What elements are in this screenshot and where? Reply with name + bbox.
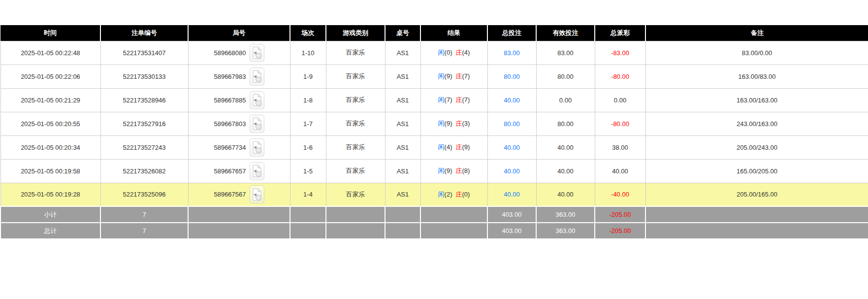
table-row[interactable]: 2025-01-05 00:19:58 522173526082 5896676… (0, 159, 868, 183)
cell-bet-id: 522173530133 (100, 65, 188, 88)
video-replay-button[interactable] (250, 162, 264, 180)
round-id: 589667885 (214, 97, 246, 104)
header-row: 时间 注单编号 局号 场次 游戏类别 桌号 结果 总投注 有效投注 总派彩 备注 (0, 25, 868, 41)
round-id: 589668080 (214, 49, 246, 57)
cell-time: 2025-01-05 00:21:29 (0, 88, 100, 112)
cell-payout: -80.00 (595, 65, 645, 88)
header-session: 场次 (290, 25, 326, 41)
cell-total-bet: 80.00 (487, 65, 536, 88)
table-row[interactable]: 2025-01-05 00:22:06 522173530133 5896679… (0, 65, 868, 88)
cell-total-bet: 40.00 (487, 135, 536, 159)
cell-game-type: 百家乐 (326, 135, 385, 159)
total-bet-link[interactable]: 40.00 (504, 144, 520, 151)
result-banker-value: (9) (462, 143, 470, 151)
cell-remark: 163.00/163.00 (645, 88, 868, 112)
table-row[interactable]: 2025-01-05 00:21:29 522173528946 5896678… (0, 88, 868, 112)
cell-bet-id: 522173525096 (100, 183, 188, 206)
cell-time: 2025-01-05 00:22:48 (0, 41, 100, 65)
total-bet-link[interactable]: 40.00 (504, 167, 520, 175)
cell-round: 589667567 (188, 183, 290, 206)
cell-game-type: 百家乐 (326, 88, 385, 112)
video-replay-button[interactable] (250, 91, 264, 109)
result-player-label: 闲 (438, 143, 445, 151)
cell-table-no: AS1 (385, 88, 420, 112)
bet-records-table: 时间 注单编号 局号 场次 游戏类别 桌号 结果 总投注 有效投注 总派彩 备注… (0, 25, 868, 239)
cell-valid-bet: 40.00 (536, 183, 595, 206)
header-total-bet: 总投注 (487, 25, 536, 41)
cell-remark: 163.00/83.00 (645, 65, 868, 88)
cell-table-no: AS1 (385, 65, 420, 88)
total-count: 7 (100, 223, 188, 239)
result-banker-value: (8) (462, 167, 470, 174)
result-banker-label: 庄 (456, 49, 462, 56)
cell-round: 589667983 (188, 65, 290, 88)
cell-table-no: AS1 (385, 183, 420, 206)
round-id: 589667803 (214, 120, 246, 128)
video-replay-icon (252, 141, 262, 154)
cell-table-no: AS1 (385, 41, 420, 65)
video-replay-icon (252, 46, 262, 59)
total-bet-link[interactable]: 80.00 (504, 73, 520, 80)
cell-payout: 38.00 (595, 135, 645, 159)
table-row[interactable]: 2025-01-05 00:22:48 522173531407 5896680… (0, 41, 868, 65)
result-player-label: 闲 (438, 96, 445, 103)
subtotal-valid-bet: 363.00 (536, 206, 595, 223)
result-player-value: (7) (445, 96, 452, 103)
video-replay-button[interactable] (250, 115, 264, 133)
cell-valid-bet: 0.00 (536, 88, 595, 112)
result-player-label: 闲 (438, 49, 445, 56)
result-player-value: (9) (445, 120, 452, 127)
cell-bet-id: 522173531407 (100, 41, 188, 65)
subtotal-row: 小计 7 403.00 363.00 -205.00 (0, 206, 868, 223)
cell-payout: -80.00 (595, 112, 645, 135)
table-row[interactable]: 2025-01-05 00:20:34 522173527243 5896677… (0, 135, 868, 159)
cell-session: 1-6 (290, 135, 326, 159)
cell-time: 2025-01-05 00:20:55 (0, 112, 100, 135)
total-bet-link[interactable]: 40.00 (504, 97, 520, 104)
video-replay-icon (252, 117, 262, 130)
table-row[interactable]: 2025-01-05 00:20:55 522173527916 5896678… (0, 112, 868, 135)
cell-game-type: 百家乐 (326, 65, 385, 88)
cell-total-bet: 40.00 (487, 183, 536, 206)
cell-game-type: 百家乐 (326, 159, 385, 183)
cell-game-type: 百家乐 (326, 112, 385, 135)
result-banker-value: (7) (462, 96, 470, 103)
subtotal-label: 小计 (0, 206, 100, 223)
cell-round: 589667734 (188, 135, 290, 159)
result-banker-value: (3) (462, 120, 470, 127)
video-replay-button[interactable] (250, 138, 264, 157)
video-replay-button[interactable] (250, 67, 264, 86)
cell-total-bet: 40.00 (487, 88, 536, 112)
cell-total-bet: 83.00 (487, 41, 536, 65)
result-player-value: (4) (445, 143, 452, 151)
cell-result: 闲(0)庄(4) (420, 41, 487, 65)
total-bet-link[interactable]: 83.00 (504, 49, 520, 57)
total-total-bet: 403.00 (487, 223, 536, 239)
cell-session: 1-5 (290, 159, 326, 183)
cell-valid-bet: 80.00 (536, 112, 595, 135)
round-id: 589667983 (214, 73, 246, 80)
cell-valid-bet: 83.00 (536, 41, 595, 65)
video-replay-button[interactable] (250, 44, 264, 62)
cell-session: 1-9 (290, 65, 326, 88)
result-player-value: (9) (445, 167, 452, 174)
cell-bet-id: 522173526082 (100, 159, 188, 183)
header-payout: 总派彩 (595, 25, 645, 41)
header-game-type: 游戏类别 (326, 25, 385, 41)
result-banker-label: 庄 (456, 191, 462, 198)
cell-bet-id: 522173528946 (100, 88, 188, 112)
video-replay-button[interactable] (250, 185, 264, 203)
cell-result: 闲(9)庄(3) (420, 112, 487, 135)
cell-time: 2025-01-05 00:22:06 (0, 65, 100, 88)
round-id: 589667657 (214, 167, 246, 175)
result-banker-label: 庄 (456, 72, 462, 80)
total-bet-link[interactable]: 80.00 (504, 120, 520, 128)
total-bet-link[interactable]: 40.00 (504, 191, 520, 198)
total-valid-bet: 363.00 (536, 223, 595, 239)
table-row[interactable]: 2025-01-05 00:19:28 522173525096 5896675… (0, 183, 868, 206)
header-remark: 备注 (645, 25, 868, 41)
cell-time: 2025-01-05 00:20:34 (0, 135, 100, 159)
cell-remark: 205.00/165.00 (645, 183, 868, 206)
cell-table-no: AS1 (385, 159, 420, 183)
subtotal-count: 7 (100, 206, 188, 223)
